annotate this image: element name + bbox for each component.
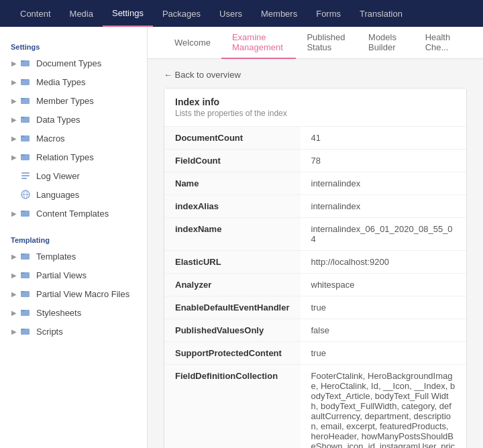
arrow-icon: ▶ bbox=[11, 210, 17, 217]
sidebar-label-macros: Macros bbox=[36, 133, 65, 144]
property-key: Name bbox=[164, 172, 301, 195]
folder-icon bbox=[20, 95, 31, 106]
sidebar-label-partial-view-macro-files: Partial View Macro Files bbox=[36, 289, 129, 299]
svg-rect-9 bbox=[21, 135, 25, 137]
sidebar-item-scripts[interactable]: ▶ Scripts bbox=[0, 322, 147, 341]
sidebar-item-macros[interactable]: ▶ Macros bbox=[0, 129, 147, 148]
folder-icon bbox=[20, 133, 31, 144]
folder-icon bbox=[20, 58, 31, 68]
property-value: false bbox=[301, 319, 467, 342]
index-properties-table: DocumentCount 41 FieldCount 78 Name inte… bbox=[164, 127, 466, 448]
table-row: FieldCount 78 bbox=[164, 150, 466, 172]
property-value: internalindex bbox=[301, 195, 467, 218]
svg-rect-21 bbox=[21, 254, 25, 255]
tab-published-status[interactable]: Published Status bbox=[296, 27, 358, 59]
property-value: internalindex bbox=[301, 172, 467, 195]
svg-rect-12 bbox=[21, 172, 30, 174]
list-icon bbox=[20, 170, 31, 181]
index-info-card: Index info Lists the properties of the i… bbox=[164, 88, 467, 448]
arrow-icon: ▶ bbox=[11, 78, 17, 85]
table-row: FieldDefinitionCollection FooterCtalink,… bbox=[164, 365, 466, 449]
property-key: FieldDefinitionCollection bbox=[164, 365, 301, 449]
svg-rect-5 bbox=[21, 98, 25, 99]
svg-rect-3 bbox=[21, 79, 25, 80]
sidebar-label-log-viewer: Log Viewer bbox=[36, 171, 80, 181]
sidebar-item-stylesheets[interactable]: ▶ Stylesheets bbox=[0, 303, 147, 322]
tab-welcome[interactable]: Welcome bbox=[164, 27, 221, 59]
arrow-icon: ▶ bbox=[11, 154, 17, 160]
property-key: PublishedValuesOnly bbox=[164, 319, 301, 342]
main-layout: Settings ▶ Document Types ▶ Media Types … bbox=[0, 27, 483, 448]
table-row: DocumentCount 41 bbox=[164, 127, 466, 150]
folder-icon bbox=[20, 114, 31, 125]
folder-icon bbox=[20, 270, 31, 280]
sidebar-label-templates: Templates bbox=[36, 251, 76, 262]
nav-content[interactable]: Content bbox=[11, 0, 60, 27]
sidebar-item-partial-views[interactable]: ▶ Partial Views bbox=[0, 266, 147, 284]
back-to-overview-link[interactable]: ← Back to overview bbox=[164, 70, 467, 80]
sidebar-item-member-types[interactable]: ▶ Member Types bbox=[0, 91, 147, 110]
folder-icon bbox=[20, 326, 31, 337]
sidebar-item-media-types[interactable]: ▶ Media Types bbox=[0, 72, 147, 91]
property-key: ElasticURL bbox=[164, 251, 301, 274]
nav-packages[interactable]: Packages bbox=[153, 0, 210, 27]
nav-translation[interactable]: Translation bbox=[350, 0, 412, 27]
property-value: http://localhost:9200 bbox=[301, 251, 467, 274]
arrow-icon: ▶ bbox=[11, 328, 17, 335]
table-row: Analyzer whitespace bbox=[164, 274, 466, 296]
property-key: indexAlias bbox=[164, 195, 301, 218]
property-key: indexName bbox=[164, 218, 301, 251]
nav-media[interactable]: Media bbox=[60, 0, 103, 27]
sidebar-item-templates[interactable]: ▶ Templates bbox=[0, 247, 147, 266]
sidebar-item-languages[interactable]: ▶ Languages bbox=[0, 185, 147, 204]
sidebar-item-data-types[interactable]: ▶ Data Types bbox=[0, 110, 147, 129]
folder-icon bbox=[20, 76, 31, 87]
sidebar-item-partial-view-macro-files[interactable]: ▶ Partial View Macro Files bbox=[0, 284, 147, 303]
svg-rect-1 bbox=[21, 60, 25, 62]
svg-rect-14 bbox=[21, 178, 27, 179]
arrow-icon: ▶ bbox=[11, 135, 17, 142]
table-row: ElasticURL http://localhost:9200 bbox=[164, 251, 466, 274]
property-value: FooterCtalink, HeroBackgroundImage, Hero… bbox=[301, 365, 467, 449]
property-key: FieldCount bbox=[164, 150, 301, 172]
arrow-icon: ▶ bbox=[11, 97, 17, 104]
sidebar: Settings ▶ Document Types ▶ Media Types … bbox=[0, 27, 148, 448]
sidebar-label-scripts: Scripts bbox=[36, 327, 63, 337]
property-value: true bbox=[301, 296, 467, 319]
tab-examine-management[interactable]: Examine Management bbox=[221, 27, 296, 59]
folder-icon bbox=[20, 152, 31, 162]
sidebar-item-log-viewer[interactable]: ▶ Log Viewer bbox=[0, 166, 147, 185]
property-key: DocumentCount bbox=[164, 127, 301, 150]
arrow-icon: ▶ bbox=[11, 191, 17, 198]
svg-rect-11 bbox=[21, 154, 25, 156]
property-key: Analyzer bbox=[164, 274, 301, 296]
svg-rect-13 bbox=[21, 175, 30, 176]
nav-settings[interactable]: Settings bbox=[103, 0, 153, 27]
table-row: PublishedValuesOnly false bbox=[164, 319, 466, 342]
sidebar-item-content-templates[interactable]: ▶ Content Templates bbox=[0, 204, 147, 223]
sidebar-label-languages: Languages bbox=[36, 190, 79, 200]
index-info-header: Index info Lists the properties of the i… bbox=[164, 89, 466, 127]
svg-rect-23 bbox=[21, 272, 25, 274]
svg-rect-25 bbox=[21, 291, 25, 292]
property-value: 78 bbox=[301, 150, 467, 172]
tab-models-builder[interactable]: Models Builder bbox=[358, 27, 415, 59]
property-value: internalindex_06_01_2020_08_55_04 bbox=[301, 218, 467, 251]
svg-rect-27 bbox=[21, 310, 25, 311]
table-row: indexAlias internalindex bbox=[164, 195, 466, 218]
tab-health-check[interactable]: Health Che... bbox=[415, 27, 467, 59]
table-row: EnableDefaultEventHandler true bbox=[164, 296, 466, 319]
sidebar-item-relation-types[interactable]: ▶ Relation Types bbox=[0, 148, 147, 166]
nav-forms[interactable]: Forms bbox=[307, 0, 350, 27]
nav-users[interactable]: Users bbox=[210, 0, 252, 27]
sidebar-label-relation-types: Relation Types bbox=[36, 152, 94, 162]
main-content-area: Welcome Examine Management Published Sta… bbox=[148, 27, 483, 448]
sidebar-item-document-types[interactable]: ▶ Document Types bbox=[0, 54, 147, 72]
svg-rect-29 bbox=[21, 329, 25, 330]
nav-members[interactable]: Members bbox=[252, 0, 307, 27]
property-key: SupportProtectedContent bbox=[164, 342, 301, 365]
folder-icon bbox=[20, 307, 31, 318]
globe-icon bbox=[20, 189, 31, 200]
sidebar-label-data-types: Data Types bbox=[36, 115, 80, 125]
sidebar-section-settings: Settings bbox=[0, 38, 147, 54]
